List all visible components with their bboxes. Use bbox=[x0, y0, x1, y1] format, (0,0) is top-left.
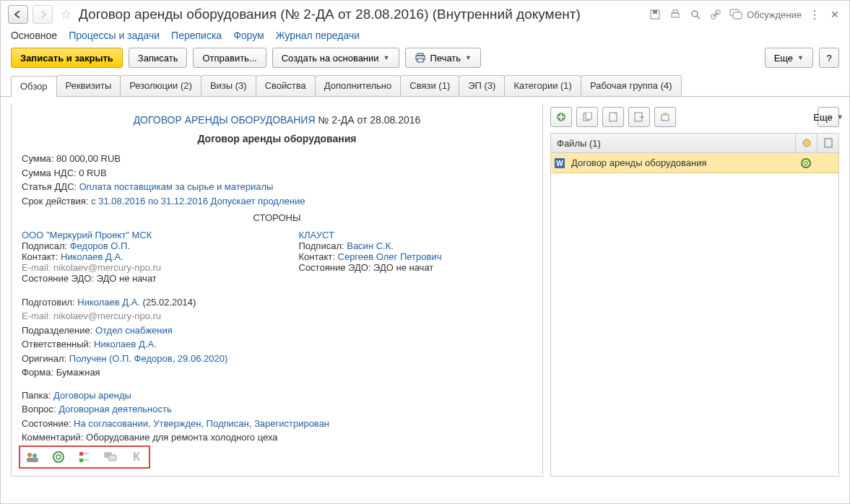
users-icon[interactable] bbox=[25, 450, 40, 464]
party1-edo-label: Состояние ЭДО: bbox=[22, 273, 97, 284]
file-copy-button[interactable] bbox=[576, 107, 598, 127]
more-menu-icon[interactable]: ⋮ bbox=[809, 8, 820, 22]
stamp-icon[interactable] bbox=[51, 450, 66, 464]
nav-journal[interactable]: Журнал передачи bbox=[276, 30, 360, 42]
nds-value: 0 RUB bbox=[79, 168, 106, 178]
save-button[interactable]: Записать bbox=[129, 48, 188, 68]
nav-forward-button[interactable] bbox=[32, 5, 53, 24]
party1-contact-label: Контакт: bbox=[22, 251, 61, 262]
chat-icon[interactable] bbox=[103, 450, 118, 464]
tab-overview[interactable]: Обзор bbox=[11, 76, 57, 97]
state-label: Состояние: bbox=[22, 418, 74, 429]
question-link[interactable]: Договорная деятельность bbox=[58, 404, 172, 414]
favorite-icon[interactable]: ☆ bbox=[60, 6, 71, 22]
question-label: Вопрос: bbox=[22, 404, 58, 414]
prep-date: (25.02.2014) bbox=[140, 297, 196, 308]
print-icon[interactable] bbox=[669, 8, 682, 21]
chevron-down-icon: ▼ bbox=[837, 113, 844, 121]
more-label: Еще bbox=[774, 53, 793, 64]
tab-links[interactable]: Связи (1) bbox=[400, 75, 459, 96]
party1-name[interactable]: ООО "Меркурий Проект" МСК bbox=[22, 230, 152, 240]
party2-signed[interactable]: Васин С.К. bbox=[347, 240, 394, 251]
files-col-status-icon[interactable] bbox=[795, 134, 817, 152]
sum-value: 80 000,00 RUB bbox=[56, 153, 121, 164]
party2-signed-label: Подписал: bbox=[299, 240, 347, 251]
tab-requisites[interactable]: Реквизиты bbox=[56, 75, 121, 96]
period-link[interactable]: с 31.08.2016 по 31.12.2016 Допускает про… bbox=[91, 196, 305, 207]
dept-label: Подразделение: bbox=[22, 325, 95, 336]
svg-rect-26 bbox=[586, 112, 591, 119]
file-scan-button[interactable] bbox=[654, 107, 676, 127]
svg-rect-19 bbox=[79, 459, 83, 462]
party2-contact[interactable]: Сергеев Олег Петрович bbox=[338, 251, 442, 262]
party-2: КЛАУСТ Подписал: Васин С.К. Контакт: Сер… bbox=[299, 230, 533, 284]
folder-link[interactable]: Договоры аренды bbox=[53, 390, 131, 401]
resp-link[interactable]: Николаев Д.А. bbox=[94, 339, 157, 349]
prep-label: Подготовил: bbox=[22, 297, 77, 308]
tab-properties[interactable]: Свойства bbox=[256, 75, 316, 96]
file-row[interactable]: W Договор аренды оборудования bbox=[551, 153, 838, 173]
party-1: ООО "Меркурий Проект" МСК Подписал: Федо… bbox=[22, 230, 256, 284]
nav-back-button[interactable] bbox=[8, 5, 28, 24]
search-icon[interactable] bbox=[689, 8, 702, 21]
svg-line-5 bbox=[697, 16, 700, 19]
svg-rect-18 bbox=[79, 452, 83, 456]
doc-subtitle: Договор аренды оборудования bbox=[22, 133, 532, 144]
file-new-button[interactable] bbox=[602, 107, 624, 127]
nav-processes[interactable]: Процессы и задачи bbox=[69, 30, 160, 42]
files-more-button[interactable]: Еще▼ bbox=[818, 107, 839, 127]
save-close-button[interactable]: Записать и закрыть bbox=[11, 48, 123, 68]
file-status-icon bbox=[795, 158, 817, 168]
more-button[interactable]: Еще▼ bbox=[765, 48, 813, 68]
party2-contact-label: Контакт: bbox=[299, 251, 338, 262]
file-send-button[interactable] bbox=[628, 107, 650, 127]
tab-workgroup[interactable]: Рабочая группа (4) bbox=[581, 75, 682, 96]
dept-link[interactable]: Отдел снабжения bbox=[95, 325, 173, 336]
create-based-on-button[interactable]: Создать на основании▼ bbox=[272, 48, 399, 68]
files-col-type-icon[interactable] bbox=[817, 134, 838, 152]
svg-rect-15 bbox=[27, 458, 38, 462]
nav-correspondence[interactable]: Переписка bbox=[171, 30, 222, 42]
k-icon[interactable]: К bbox=[129, 450, 144, 464]
save-icon[interactable] bbox=[649, 8, 662, 21]
word-icon: W bbox=[551, 157, 568, 169]
print-label: Печать bbox=[430, 53, 461, 64]
folder-label: Папка: bbox=[22, 390, 53, 401]
tab-ep[interactable]: ЭП (3) bbox=[459, 75, 505, 96]
party1-signed[interactable]: Федоров О.П. bbox=[70, 240, 130, 251]
tab-additional[interactable]: Дополнительно bbox=[315, 75, 402, 96]
overview-panel: ДОГОВОР АРЕНДЫ ОБОРУДОВАНИЯ № 2-ДА от 28… bbox=[11, 104, 543, 477]
close-button[interactable]: ✕ bbox=[828, 9, 842, 20]
tab-resolutions[interactable]: Резолюции (2) bbox=[120, 75, 201, 96]
send-button[interactable]: Отправить... bbox=[193, 48, 266, 68]
files-list: W Договор аренды оборудования bbox=[550, 153, 839, 477]
discussion-button[interactable]: Обсуждение bbox=[729, 9, 802, 20]
party2-name[interactable]: КЛАУСТ bbox=[299, 230, 334, 240]
file-name: Договор аренды оборудования bbox=[568, 157, 795, 168]
period-label: Срок действия: bbox=[22, 196, 91, 207]
party1-contact[interactable]: Николаев Д.А. bbox=[61, 251, 123, 262]
nav-forum[interactable]: Форум bbox=[233, 30, 264, 42]
svg-text:W: W bbox=[556, 160, 563, 168]
help-button[interactable]: ? bbox=[819, 48, 839, 68]
prep-link[interactable]: Николаев Д.А. bbox=[77, 297, 140, 308]
tree-icon[interactable] bbox=[77, 450, 92, 464]
print-button[interactable]: Печать▼ bbox=[405, 48, 482, 68]
dds-link[interactable]: Оплата поставщикам за сырье и материалы bbox=[79, 181, 274, 192]
svg-point-13 bbox=[27, 453, 32, 457]
orig-link[interactable]: Получен (О.П. Федоров, 29.06.2020) bbox=[69, 353, 227, 364]
prep-email: nikolaev@mercury-npo.ru bbox=[53, 310, 161, 321]
tab-visas[interactable]: Визы (3) bbox=[201, 75, 256, 96]
state-link[interactable]: На согласовании, Утвержден, Подписан, За… bbox=[74, 418, 329, 429]
link-icon[interactable] bbox=[709, 8, 722, 21]
comment-label: Комментарий: bbox=[22, 432, 86, 443]
doc-title-link[interactable]: ДОГОВОР АРЕНДЫ ОБОРУДОВАНИЯ bbox=[134, 114, 316, 126]
printer-icon bbox=[415, 53, 426, 63]
create-label: Создать на основании bbox=[282, 53, 379, 64]
orig-label: Оригинал: bbox=[22, 353, 69, 364]
nav-main[interactable]: Основное bbox=[11, 30, 57, 42]
tab-categories[interactable]: Категории (1) bbox=[504, 75, 581, 96]
doc-title-suffix: № 2-ДА от 28.08.2016 bbox=[316, 114, 421, 126]
svg-point-17 bbox=[56, 455, 61, 459]
file-add-button[interactable] bbox=[550, 107, 572, 127]
